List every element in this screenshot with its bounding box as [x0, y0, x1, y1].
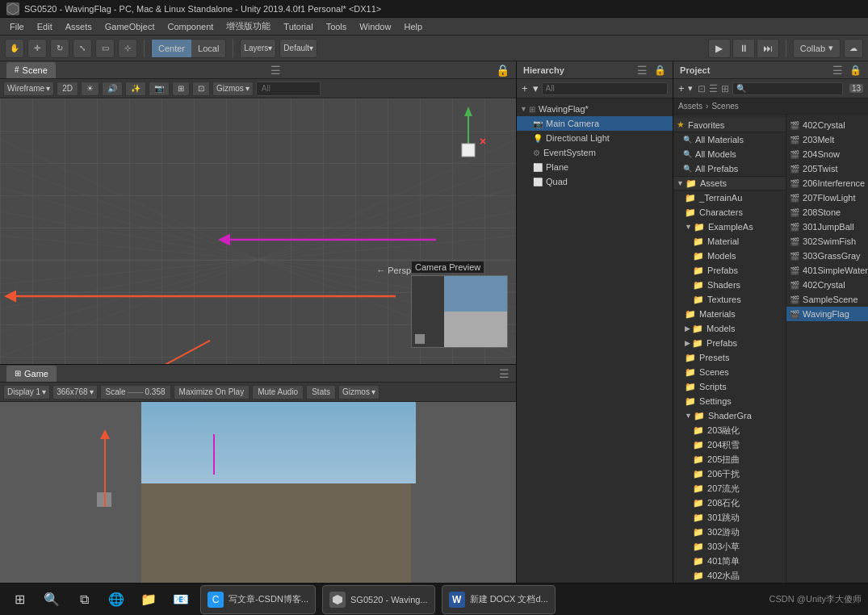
hierarchy-lock[interactable]: 🔒: [654, 65, 666, 76]
tree-item-scripts[interactable]: 📁 Scripts: [673, 379, 786, 394]
asset-item-2[interactable]: 🎬 204Snow: [786, 147, 868, 161]
mute-audio-button[interactable]: Mute Audio: [252, 385, 304, 400]
taskbar-app-csdn[interactable]: C 写文章-CSDN博客...: [200, 585, 316, 614]
taskbar-app-unity[interactable]: SG0520 - Waving...: [322, 585, 435, 614]
scene-panel-menu[interactable]: ☰: [270, 64, 281, 77]
tree-item-cn8[interactable]: 📁 302游动: [673, 525, 786, 539]
mail-button[interactable]: 📧: [168, 587, 194, 613]
menu-tutorial[interactable]: Tutorial: [277, 20, 319, 33]
tree-item-presets[interactable]: 📁 Presets: [673, 350, 786, 365]
resolution-dropdown[interactable]: 366x768 ▾: [52, 385, 97, 400]
tree-item-cn4[interactable]: 📁 206干扰: [673, 466, 786, 481]
scale-tool-button[interactable]: ⤡: [73, 39, 92, 58]
maximize-on-play-button[interactable]: Maximize On Play: [174, 385, 250, 400]
fav-all-materials[interactable]: 🔍 All Materials: [673, 132, 786, 147]
project-dropdown[interactable]: ▾: [688, 83, 693, 94]
project-icon-btn1[interactable]: ⊡: [698, 83, 706, 94]
scene-tab[interactable]: # Scene: [6, 62, 56, 78]
tree-item-exampleas[interactable]: ▼ 📁 ExampleAs: [673, 220, 786, 234]
2d-toggle[interactable]: 2D: [57, 82, 78, 96]
taskbar-app-word[interactable]: W 新建 DOCX 文档d...: [442, 585, 556, 614]
tree-item-cn10[interactable]: 📁 401简单: [673, 554, 786, 568]
pause-button[interactable]: ⏸: [732, 39, 755, 58]
game-tab[interactable]: ⊞ Game: [6, 366, 57, 382]
start-button[interactable]: ⊞: [6, 587, 32, 613]
asset-item-5[interactable]: 🎬 207FlowLight: [786, 190, 868, 205]
fav-all-models[interactable]: 🔍 All Models: [673, 147, 786, 161]
menu-gameobject[interactable]: GameObject: [99, 20, 161, 33]
extra-toggle[interactable]: ⊡: [192, 82, 210, 96]
hierarchy-search-input[interactable]: [542, 82, 669, 95]
tree-item-models2[interactable]: ▶ 📁 Models: [673, 321, 786, 336]
tree-item-prefabs2[interactable]: ▶ 📁 Prefabs: [673, 336, 786, 350]
tree-item-cn9[interactable]: 📁 303小草: [673, 539, 786, 554]
asset-item-13[interactable]: 🎬 WavingFlag: [786, 307, 868, 321]
tree-item-cn2[interactable]: 📁 204积雪: [673, 437, 786, 452]
layout-button[interactable]: Default ▾: [279, 39, 317, 58]
fx-toggle[interactable]: ✨: [125, 82, 146, 96]
scale-control[interactable]: Scale —— 0.358: [100, 385, 171, 400]
step-button[interactable]: ⏭: [757, 39, 779, 58]
tree-item-cn1[interactable]: 📁 203融化: [673, 423, 786, 437]
hierarchy-item-eventsystem[interactable]: ⚙ EventSystem: [517, 145, 673, 160]
tree-item-cn7[interactable]: 📁 301跳动: [673, 510, 786, 525]
hierarchy-dropdown[interactable]: ▾: [533, 82, 539, 94]
asset-item-12[interactable]: 🎬 SampleScene: [786, 292, 868, 307]
tree-item-cn6[interactable]: 📁 208石化: [673, 496, 786, 510]
transform-tool-button[interactable]: ⊹: [118, 39, 137, 58]
menu-file[interactable]: File: [3, 20, 31, 33]
project-lock[interactable]: 🔒: [849, 65, 862, 76]
tree-item-shadergra[interactable]: ▼ 📁 ShaderGra: [673, 408, 786, 423]
tree-item-material[interactable]: 📁 Material: [673, 234, 786, 249]
wireframe-dropdown[interactable]: Wireframe ▾: [3, 82, 54, 96]
menu-tools[interactable]: Tools: [320, 20, 354, 33]
scene-panel-lock[interactable]: 🔒: [496, 64, 509, 77]
asset-item-9[interactable]: 🎬 303GrassGray: [786, 249, 868, 263]
tree-item-cn5[interactable]: 📁 207流光: [673, 481, 786, 496]
hierarchy-item-directional-light[interactable]: 💡 Directional Light: [517, 131, 673, 145]
tree-item-shaders[interactable]: 📁 Shaders: [673, 278, 786, 292]
asset-item-3[interactable]: 🎬 205Twist: [786, 161, 868, 176]
tree-item-prefabs[interactable]: 📁 Prefabs: [673, 263, 786, 278]
breadcrumb-assets[interactable]: Assets: [678, 102, 702, 111]
layers-button[interactable]: Layers ▾: [240, 39, 276, 58]
game-gizmos-dropdown[interactable]: Gizmos ▾: [338, 385, 379, 400]
menu-component[interactable]: Component: [161, 20, 220, 33]
gizmos-dropdown[interactable]: Gizmos ▾: [212, 82, 254, 96]
tree-item-textures[interactable]: 📁 Textures: [673, 292, 786, 307]
edge-button[interactable]: 🌐: [103, 587, 129, 613]
asset-item-11[interactable]: 🎬 402Crystal: [786, 278, 868, 292]
game-viewport[interactable]: [0, 402, 516, 583]
move-tool-button[interactable]: ✛: [27, 39, 47, 58]
hierarchy-item-main-camera[interactable]: 📷 Main Camera: [517, 116, 673, 131]
audio-toggle[interactable]: 🔊: [102, 82, 123, 96]
explorer-button[interactable]: 📁: [136, 587, 161, 613]
rect-tool-button[interactable]: ▭: [95, 39, 115, 58]
hierarchy-menu[interactable]: ☰: [637, 64, 648, 77]
hand-tool-button[interactable]: ✋: [5, 39, 24, 58]
taskview-button[interactable]: ⧉: [71, 587, 97, 613]
play-button[interactable]: ▶: [708, 39, 731, 58]
project-menu[interactable]: ☰: [832, 64, 843, 77]
tree-item-scenes[interactable]: 📁 Scenes: [673, 365, 786, 379]
tree-item-cn11[interactable]: 📁 402水晶: [673, 568, 786, 583]
asset-item-0[interactable]: 🎬 402Crystal: [786, 118, 868, 132]
tree-item-characters[interactable]: 📁 Characters: [673, 205, 786, 220]
tree-item-models[interactable]: 📁 Models: [673, 249, 786, 263]
collab-button[interactable]: Collab ▾: [793, 39, 841, 58]
menu-enhanced[interactable]: 增强版功能: [220, 19, 277, 34]
breadcrumb-scenes[interactable]: Scenes: [711, 102, 738, 111]
grid-toggle[interactable]: ⊞: [172, 82, 190, 96]
center-label[interactable]: Center: [152, 40, 191, 57]
rotate-tool-button[interactable]: ↻: [50, 39, 69, 58]
center-local-toggle[interactable]: Center Local: [151, 39, 226, 58]
hierarchy-item-quad[interactable]: ⬜ Quad: [517, 174, 673, 189]
stats-button[interactable]: Stats: [306, 385, 336, 400]
menu-help[interactable]: Help: [397, 20, 429, 33]
hierarchy-item-plane[interactable]: ⬜ Plane: [517, 160, 673, 174]
fav-all-prefabs[interactable]: 🔍 All Prefabs: [673, 161, 786, 176]
asset-item-1[interactable]: 🎬 203Melt: [786, 132, 868, 147]
asset-item-8[interactable]: 🎬 302SwimFish: [786, 234, 868, 249]
menu-edit[interactable]: Edit: [31, 20, 59, 33]
project-search-input[interactable]: [732, 82, 843, 95]
